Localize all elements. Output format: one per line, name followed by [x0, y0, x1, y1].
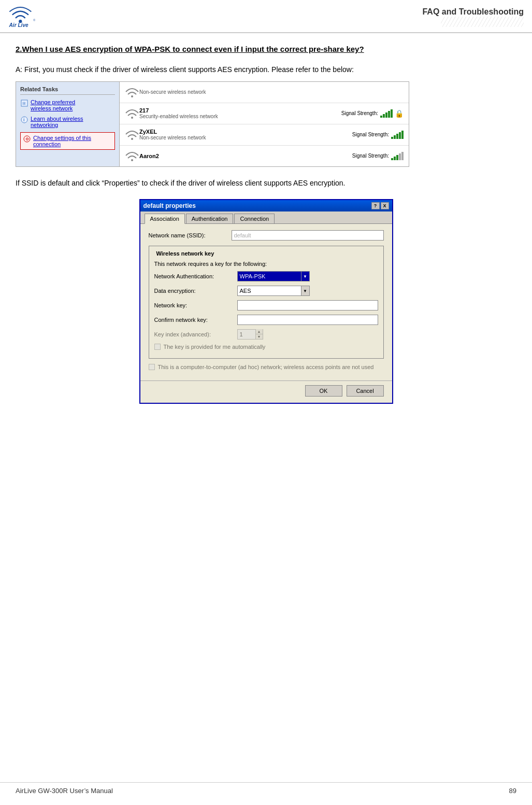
network-2-info: 217 Security-enabled wireless network	[139, 107, 341, 119]
svg-point-12	[131, 117, 133, 119]
svg-point-13	[131, 138, 133, 140]
network-item-1[interactable]: Non-secure wireless network	[120, 82, 409, 103]
page-number: 89	[509, 787, 516, 795]
task-change-preferred[interactable]: ⊞ Change preferredwireless network	[20, 99, 115, 111]
svg-text:i: i	[23, 117, 25, 122]
key-input[interactable]	[237, 300, 378, 310]
section-heading: 2.When I use AES encryption of WPA-PSK t…	[16, 44, 516, 55]
enc-label: Data encryption:	[154, 288, 237, 294]
svg-text:⊞: ⊞	[22, 101, 26, 106]
network-wifi-icon-1	[125, 85, 139, 100]
enc-dropdown-arrow[interactable]: ▼	[301, 286, 309, 295]
page-footer: AirLive GW-300R User’s Manual 89	[0, 782, 532, 795]
dialog-container: default properties ? X Association Authe…	[16, 199, 516, 404]
auth-row: Network Authentication: WPA-PSK ▼	[154, 271, 378, 281]
auto-key-checkbox-row: The key is provided for me automatically	[154, 344, 378, 350]
network-list: Non-secure wireless network 217 Security…	[120, 82, 409, 166]
wireless-panel: Related Tasks ⊞ Change preferredwireless…	[16, 81, 409, 167]
task-icon-1: ⊞	[20, 99, 28, 107]
svg-point-11	[131, 95, 133, 97]
page-section-title: FAQ and Troubleshooting	[422, 7, 524, 17]
ok-button[interactable]: OK	[305, 385, 342, 397]
key-index-label: Key index (advanced):	[154, 331, 237, 337]
decorative-lines	[441, 17, 524, 27]
dialog-help-button[interactable]: ?	[371, 202, 380, 209]
enc-value: AES	[238, 288, 301, 294]
auto-key-checkbox[interactable]	[154, 344, 161, 350]
wireless-key-group: Wireless network key This network requir…	[149, 246, 384, 359]
ssid-row: Network name (SSID):	[149, 230, 384, 241]
tab-authentication[interactable]: Authentication	[186, 214, 234, 223]
dialog-footer: OK Cancel	[140, 380, 392, 403]
footer-manual-name: AirLive GW-300R User’s Manual	[16, 787, 113, 795]
dialog-close-button[interactable]: X	[381, 202, 389, 209]
enc-row: Data encryption: AES ▼	[154, 286, 378, 296]
task-1-label: Change preferredwireless network	[31, 99, 75, 111]
network-3-name: ZyXEL	[139, 129, 352, 135]
network-4-signal: Signal Strength:	[352, 152, 404, 160]
main-content: 2.When I use AES encryption of WPA-PSK t…	[0, 33, 532, 425]
key-label: Network key:	[154, 302, 237, 308]
auth-select[interactable]: WPA-PSK ▼	[237, 271, 310, 281]
second-paragraph: If SSID is default and click “Properties…	[16, 177, 516, 189]
related-tasks-title: Related Tasks	[20, 86, 115, 95]
network-4-info: Aaron2	[139, 153, 352, 159]
task-change-settings[interactable]: ⚙ Change settings of thisconnection	[20, 132, 115, 150]
group-desc-text: This network requires a key for the foll…	[154, 261, 378, 267]
confirm-key-row: Confirm network key:	[154, 315, 378, 325]
adhoc-checkbox[interactable]	[149, 364, 155, 370]
network-key-row: Network key:	[154, 300, 378, 310]
network-4-name: Aaron2	[139, 153, 352, 159]
dialog-tabs: Association Authentication Connection	[140, 211, 392, 224]
adhoc-checkbox-row: This is a computer-to-computer (ad hoc) …	[149, 364, 384, 370]
enc-select[interactable]: AES ▼	[237, 286, 310, 296]
network-item-4[interactable]: Aaron2 Signal Strength:	[120, 146, 409, 166]
key-index-up[interactable]: ▲	[255, 329, 263, 334]
network-item-3[interactable]: ZyXEL Non-secure wireless network Signal…	[120, 124, 409, 146]
svg-rect-4	[441, 17, 524, 27]
network-2-signal: Signal Strength: 🔒	[341, 109, 404, 118]
tab-connection[interactable]: Connection	[234, 214, 275, 223]
airlive-logo-icon: Air Live ®	[8, 4, 45, 30]
cancel-button[interactable]: Cancel	[347, 385, 384, 397]
network-1-info: Non-secure wireless network	[139, 89, 404, 95]
default-properties-dialog: default properties ? X Association Authe…	[139, 199, 393, 404]
network-wifi-icon-2	[125, 106, 139, 121]
svg-point-14	[131, 159, 133, 161]
task-2-label: Learn about wirelessnetworking	[31, 116, 83, 128]
task-3-label: Change settings of thisconnection	[33, 135, 91, 147]
task-icon-3: ⚙	[23, 135, 31, 143]
network-2-name: 217	[139, 107, 341, 114]
svg-text:Air Live: Air Live	[9, 22, 28, 28]
network-3-info: ZyXEL Non-secure wireless network	[139, 129, 352, 140]
network-wifi-icon-3	[125, 128, 139, 142]
header-right: FAQ and Troubleshooting	[422, 7, 524, 27]
key-index-down[interactable]: ▼	[255, 334, 263, 340]
dialog-title-buttons: ? X	[371, 202, 389, 209]
related-tasks-panel: Related Tasks ⊞ Change preferredwireless…	[16, 82, 120, 166]
network-2-desc: Security-enabled wireless network	[139, 114, 341, 119]
tab-association[interactable]: Association	[145, 214, 185, 224]
task-icon-2: i	[20, 116, 28, 124]
network-3-desc: Non-secure wireless network	[139, 135, 352, 140]
dialog-body: Network name (SSID): Wireless network ke…	[140, 224, 392, 380]
auth-value: WPA-PSK	[238, 273, 301, 279]
logo-area: Air Live ®	[8, 4, 49, 30]
key-index-arrows: ▲ ▼	[255, 329, 263, 340]
ssid-input[interactable]	[232, 230, 384, 241]
confirm-key-input[interactable]	[237, 315, 378, 325]
network-item-2[interactable]: 217 Security-enabled wireless network Si…	[120, 103, 409, 124]
key-index-spinner: 1 ▲ ▼	[237, 329, 263, 340]
answer-paragraph: A: First, you must check if the driver o…	[16, 64, 516, 75]
lock-icon-2: 🔒	[395, 109, 404, 118]
task-learn-wireless[interactable]: i Learn about wirelessnetworking	[20, 116, 115, 128]
network-wifi-icon-4	[125, 149, 139, 163]
key-index-value: 1	[238, 331, 255, 337]
auth-dropdown-arrow[interactable]: ▼	[301, 272, 309, 281]
dialog-title: default properties	[143, 202, 196, 209]
confirm-key-label: Confirm network key:	[154, 317, 237, 323]
ssid-label: Network name (SSID):	[149, 232, 232, 238]
dialog-titlebar: default properties ? X	[140, 200, 392, 211]
svg-text:®: ®	[33, 19, 35, 22]
network-1-desc: Non-secure wireless network	[139, 89, 404, 95]
